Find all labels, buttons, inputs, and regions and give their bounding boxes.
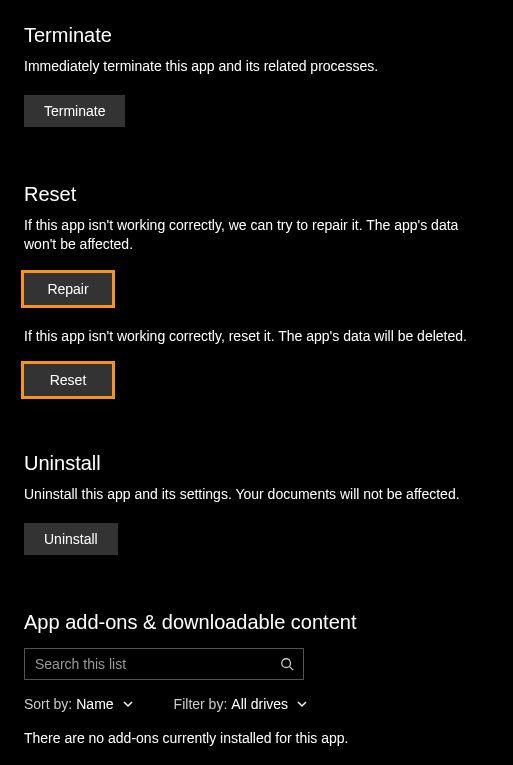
repair-description: If this app isn't working correctly, we … [24,216,489,255]
addons-section: App add-ons & downloadable content Sort … [24,611,489,746]
uninstall-section: Uninstall Uninstall this app and its set… [24,452,489,555]
terminate-heading: Terminate [24,24,489,47]
uninstall-description: Uninstall this app and its settings. You… [24,485,489,505]
addons-heading: App add-ons & downloadable content [24,611,489,634]
filter-value: All drives [231,696,288,712]
uninstall-button[interactable]: Uninstall [24,523,118,555]
chevron-down-icon [122,698,134,710]
addons-empty-message: There are no add-ons currently installed… [24,730,489,746]
filter-label: Filter by: [174,696,228,712]
uninstall-heading: Uninstall [24,452,489,475]
repair-button[interactable]: Repair [24,273,112,305]
filter-row: Sort by: Name Filter by: All drives [24,696,489,712]
terminate-description: Immediately terminate this app and its r… [24,57,489,77]
reset-section: Reset If this app isn't working correctl… [24,183,489,397]
sort-by-dropdown[interactable]: Sort by: Name [24,696,134,712]
search-input[interactable] [24,648,304,680]
reset-button[interactable]: Reset [24,364,112,396]
sort-value: Name [76,696,113,712]
sort-label: Sort by: [24,696,72,712]
reset-block: If this app isn't working correctly, res… [24,327,489,397]
reset-heading: Reset [24,183,489,206]
search-row [24,648,489,680]
chevron-down-icon [296,698,308,710]
terminate-section: Terminate Immediately terminate this app… [24,24,489,127]
reset-description: If this app isn't working correctly, res… [24,327,489,347]
repair-block: If this app isn't working correctly, we … [24,216,489,305]
search-container [24,648,304,680]
filter-by-dropdown[interactable]: Filter by: All drives [174,696,308,712]
terminate-button[interactable]: Terminate [24,95,125,127]
